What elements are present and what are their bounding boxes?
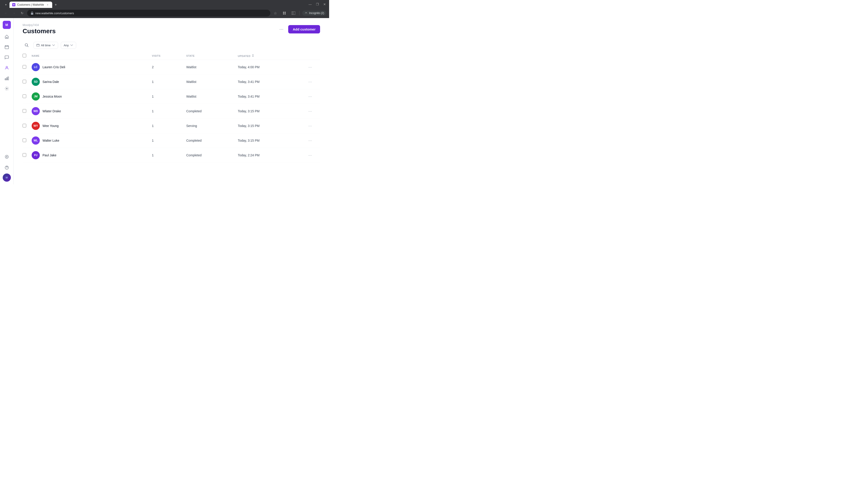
svg-rect-4 [285, 13, 286, 14]
customer-avatar-6: PJ [32, 151, 40, 159]
calendar-icon [4, 45, 9, 49]
row-name-cell: WD Wlater Drake [32, 104, 152, 119]
svg-point-17 [6, 88, 7, 89]
svg-rect-9 [5, 46, 8, 49]
bookmark-btn[interactable]: ☆ [272, 10, 278, 16]
sidebar-item-analytics[interactable] [2, 73, 12, 83]
row-actions-cell: ⋯ [307, 148, 320, 163]
chat-icon [4, 55, 9, 60]
row-actions-btn-0[interactable]: ⋯ [307, 64, 314, 71]
add-customer-btn[interactable]: Add customer [288, 25, 320, 33]
row-actions-btn-4[interactable]: ⋯ [307, 122, 314, 129]
extensions-btn[interactable] [281, 10, 287, 16]
row-actions-btn-3[interactable]: ⋯ [307, 107, 314, 115]
customer-name-6[interactable]: Paul Jake [42, 153, 56, 157]
select-all-checkbox[interactable] [23, 54, 26, 57]
back-btn[interactable]: ← [3, 10, 9, 16]
table-header: NAME VISITS STATE UPDATED [23, 52, 320, 60]
customer-name-2[interactable]: Jessica Moon [42, 95, 62, 98]
window-controls: — ❐ ✕ [308, 2, 327, 7]
sidebar-item-help[interactable] [2, 163, 12, 173]
header-updated[interactable]: UPDATED [238, 52, 307, 60]
minimize-btn[interactable]: — [308, 2, 312, 6]
updated-text-4: Today, 3:15 PM [238, 124, 259, 128]
sidebar-item-calendar[interactable] [2, 42, 12, 52]
header-name: NAME [32, 52, 152, 60]
row-checkbox-cell [23, 104, 32, 119]
search-btn[interactable] [23, 41, 31, 49]
svg-rect-3 [283, 13, 284, 14]
svg-rect-0 [31, 13, 33, 15]
row-checkbox-cell [23, 60, 32, 74]
chevron-down-icon [52, 43, 55, 47]
lock-icon [31, 11, 33, 15]
state-text-0: Waitlist [186, 65, 196, 69]
row-updated-cell: Today, 3:15 PM [238, 104, 307, 119]
customer-avatar-4: WY [32, 122, 40, 130]
customer-name-4[interactable]: Wee Young [42, 124, 59, 128]
customer-name-1[interactable]: Sarina Dale [42, 80, 59, 84]
row-actions-cell: ⋯ [307, 133, 320, 148]
restore-btn[interactable]: ❐ [315, 2, 319, 6]
incognito-badge[interactable]: Incognito (2) [302, 11, 327, 15]
row-state-cell: Serving [186, 119, 238, 133]
customer-avatar-3: WD [32, 107, 40, 115]
customer-name-5[interactable]: Walter Luke [42, 139, 59, 142]
any-filter-dropdown[interactable]: Any [61, 42, 76, 49]
sidebar-item-customers[interactable] [2, 63, 12, 73]
row-actions-btn-6[interactable]: ⋯ [307, 152, 314, 159]
customers-table-container: NAME VISITS STATE UPDATED [13, 52, 329, 184]
active-tab[interactable]: W Customers | Waitwhile × [9, 2, 52, 8]
row-actions-btn-5[interactable]: ⋯ [307, 137, 314, 144]
customers-icon [4, 66, 9, 70]
row-actions-btn-2[interactable]: ⋯ [307, 93, 314, 100]
svg-rect-1 [283, 12, 284, 13]
svg-point-21 [6, 168, 7, 169]
reload-btn[interactable]: ↻ [19, 10, 25, 16]
header-actions [307, 52, 320, 60]
row-checkbox-4[interactable] [23, 124, 26, 127]
time-filter-dropdown[interactable]: All time [33, 42, 58, 49]
row-checkbox-0[interactable] [23, 65, 26, 69]
close-btn[interactable]: ✕ [323, 2, 327, 6]
row-checkbox-cell [23, 148, 32, 163]
row-actions-cell: ⋯ [307, 119, 320, 133]
address-bar[interactable]: new.waitwhile.com/customers [27, 10, 270, 17]
svg-rect-24 [37, 44, 39, 46]
sidebar-item-integrations[interactable] [2, 152, 12, 162]
sidebar-item-messages[interactable] [2, 53, 12, 62]
row-visits-cell: 1 [152, 148, 186, 163]
row-updated-cell: Today, 4:00 PM [238, 60, 307, 74]
customer-avatar-1: SD [32, 78, 40, 86]
sidebar-item-settings[interactable] [2, 84, 12, 94]
customer-name-0[interactable]: Lauren Cris Deli [42, 65, 65, 69]
state-text-6: Completed [186, 153, 202, 157]
customer-avatar-0: LC [32, 63, 40, 71]
row-checkbox-6[interactable] [23, 153, 26, 157]
sidebar-toggle-btn[interactable] [290, 10, 297, 16]
page-header: Moodjoy7434 Customers ⋯ Add customer [13, 18, 329, 38]
row-checkbox-cell [23, 119, 32, 133]
table-row: PJ Paul Jake 1 Completed Today, 2:24 PM … [23, 148, 320, 163]
tab-close-btn[interactable]: × [46, 3, 50, 6]
svg-rect-5 [291, 11, 295, 15]
sidebar-item-home[interactable] [2, 32, 12, 41]
user-avatar-img: M [3, 173, 11, 182]
new-tab-btn[interactable]: + [53, 2, 59, 8]
row-checkbox-2[interactable] [23, 94, 26, 98]
updated-text-1: Today, 3:41 PM [238, 80, 259, 84]
row-actions-btn-1[interactable]: ⋯ [307, 78, 314, 86]
row-checkbox-3[interactable] [23, 109, 26, 113]
brand-avatar[interactable]: M [3, 21, 11, 29]
user-avatar[interactable]: M [3, 173, 11, 182]
svg-point-13 [6, 66, 7, 68]
row-checkbox-5[interactable] [23, 138, 26, 142]
tab-switcher-btn[interactable]: ▾ [3, 2, 9, 8]
row-checkbox-1[interactable] [23, 80, 26, 84]
state-text-2: Waitlist [186, 95, 196, 98]
customer-name-3[interactable]: Wlater Drake [42, 109, 61, 113]
more-options-btn[interactable]: ⋯ [277, 25, 285, 33]
url-text: new.waitwhile.com/customers [35, 11, 267, 15]
forward-btn[interactable]: → [11, 10, 17, 16]
toolbar-actions: ☆ [272, 10, 327, 16]
